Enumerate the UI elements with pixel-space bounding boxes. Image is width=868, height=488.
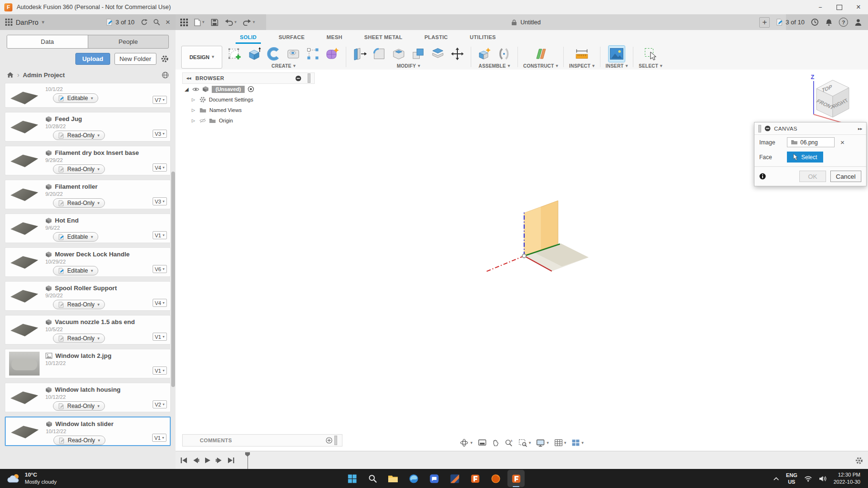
app-grid-icon[interactable] [180, 19, 188, 26]
version-dropdown[interactable]: V4 ▾ [153, 163, 167, 172]
document-tab[interactable]: Untitled × [266, 14, 786, 30]
undo-icon[interactable]: ▾ [225, 19, 237, 26]
browser-header[interactable]: ◂◂ BROWSER [182, 72, 315, 84]
browser-node-named-views[interactable]: ▷ Named Views [182, 105, 315, 115]
info-icon[interactable] [759, 173, 766, 180]
tab-mesh[interactable]: MESH [316, 30, 353, 44]
construct-group-label[interactable]: CONSTRUCT▾ [523, 63, 558, 69]
face-select-button[interactable]: Select [787, 152, 823, 163]
chat-icon[interactable] [425, 470, 443, 487]
comments-bar[interactable]: COMMENTS [182, 434, 342, 447]
display-settings-button[interactable]: ▾ [536, 439, 549, 447]
panel-resize-handle[interactable] [334, 436, 337, 445]
volume-icon[interactable] [819, 476, 827, 482]
select-button[interactable] [642, 46, 659, 62]
tab-surface[interactable]: SURFACE [268, 30, 316, 44]
file-explorer-icon[interactable] [384, 470, 402, 487]
version-dropdown[interactable]: V4 ▾ [153, 299, 167, 307]
canvas-button[interactable] [609, 46, 625, 62]
version-dropdown[interactable]: V7 ▾ [153, 96, 167, 104]
access-dropdown[interactable]: Read-Only ▾ [53, 300, 105, 309]
dialog-drag-handle[interactable] [758, 125, 761, 132]
access-dropdown[interactable]: Editable ▾ [53, 266, 98, 275]
expand-dialog-icon[interactable]: ▸▸ [858, 126, 862, 131]
data-item-card[interactable]: Hot End 9/6/22 Editable ▾ V1 ▾ [5, 214, 171, 243]
job-clock-icon[interactable] [811, 18, 819, 26]
workspace-selector[interactable]: DESIGN▾ [181, 46, 222, 69]
new-folder-button[interactable]: New Folder [114, 53, 156, 65]
breadcrumb-project[interactable]: Admin Project [23, 71, 65, 79]
canvas-dialog-header[interactable]: CANVAS ▸▸ [754, 122, 866, 135]
access-dropdown[interactable]: Read-Only ▾ [53, 198, 105, 208]
job-status[interactable]: 3 of 10 [106, 19, 134, 26]
inspect-group-label[interactable]: INSPECT▾ [569, 63, 594, 69]
collapsed-triangle-icon[interactable]: ▷ [192, 97, 196, 102]
press-pull-button[interactable] [351, 46, 368, 62]
upload-button[interactable]: Upload [75, 53, 110, 65]
version-dropdown[interactable]: V6 ▾ [153, 265, 167, 273]
joint-button[interactable] [496, 46, 512, 62]
version-dropdown[interactable]: V1 ▾ [153, 333, 167, 341]
user-avatar-icon[interactable] [854, 18, 862, 26]
new-document-tab-button[interactable]: + [759, 17, 770, 28]
ok-button[interactable]: OK [799, 171, 826, 182]
access-dropdown[interactable]: Editable ▾ [53, 93, 98, 103]
visibility-eye-icon[interactable] [192, 87, 199, 92]
tab-data[interactable]: Data [7, 35, 88, 48]
pattern-button[interactable] [305, 46, 321, 62]
close-button[interactable]: × [849, 0, 868, 14]
remove-icon[interactable] [765, 125, 771, 132]
revolve-button[interactable] [266, 46, 282, 62]
taskbar-search-icon[interactable] [364, 470, 381, 487]
start-button[interactable] [343, 470, 361, 487]
timeline-settings-gear-icon[interactable] [855, 457, 863, 465]
move-button[interactable] [449, 46, 465, 62]
go-to-start-button[interactable] [180, 457, 187, 464]
close-panel-icon[interactable]: × [165, 18, 170, 27]
split-body-button[interactable] [430, 46, 446, 62]
data-item-card[interactable]: Window latch housing 10/12/22 Read-Only … [5, 383, 171, 412]
data-item-card[interactable]: Spool Roller Support 9/20/22 Read-Only ▾… [5, 281, 171, 311]
combine-button[interactable] [410, 46, 426, 62]
fillet-button[interactable] [371, 46, 387, 62]
orbit-button[interactable]: ▾ [460, 438, 473, 447]
access-dropdown[interactable]: Editable ▾ [53, 232, 98, 242]
add-comment-icon[interactable] [326, 437, 332, 444]
browser-root-row[interactable]: ◢ (Unsaved) [182, 84, 315, 94]
data-item-card[interactable]: 10/1/22 Editable ▾ V7 ▾ [5, 83, 171, 108]
data-panel-scrollbar[interactable] [171, 172, 175, 387]
notifications-bell-icon[interactable] [825, 19, 833, 26]
access-dropdown[interactable]: Read-Only ▾ [53, 436, 105, 445]
go-to-end-button[interactable] [227, 457, 235, 464]
version-dropdown[interactable]: V1 ▾ [152, 434, 166, 442]
activate-component-icon[interactable] [248, 86, 254, 92]
zoom-window-button[interactable]: ▾ [518, 439, 531, 447]
access-dropdown[interactable]: Read-Only ▾ [53, 131, 105, 140]
expand-triangle-icon[interactable]: ◢ [185, 86, 189, 92]
select-group-label[interactable]: SELECT▾ [639, 63, 662, 69]
data-item-card[interactable]: Window latch 2.jpg 10/12/22 V1 ▾ [5, 349, 171, 378]
hole-button[interactable] [285, 46, 301, 62]
create-form-button[interactable] [324, 46, 341, 62]
create-group-label[interactable]: CREATE▾ [271, 63, 295, 69]
assemble-group-label[interactable]: ASSEMBLE▾ [479, 63, 510, 69]
taskbar-app-icon[interactable] [446, 470, 463, 487]
viewports-button[interactable]: ▾ [571, 439, 584, 447]
step-back-button[interactable] [192, 457, 199, 464]
version-dropdown[interactable]: V3 ▾ [153, 130, 167, 138]
settings-gear-icon[interactable] [161, 55, 169, 63]
canvas-dialog[interactable]: CANVAS ▸▸ Image 06.png × Face Select OK … [754, 122, 867, 186]
collapsed-triangle-icon[interactable]: ▷ [192, 118, 196, 123]
look-at-button[interactable] [478, 439, 486, 447]
browser-node-origin[interactable]: ▷ Origin [182, 115, 315, 126]
model-viewport[interactable]: ◂◂ BROWSER ◢ (Unsaved) ▷ Document Settin… [176, 70, 868, 451]
tab-plastic[interactable]: PLASTIC [413, 30, 459, 44]
refresh-icon[interactable] [141, 19, 148, 26]
redo-icon[interactable]: ▾ [243, 19, 255, 26]
data-item-card[interactable]: Window latch slider 10/12/22 Read-Only ▾… [5, 417, 171, 446]
home-icon[interactable] [7, 71, 14, 78]
panel-resize-handle[interactable] [308, 73, 310, 83]
data-item-card[interactable]: Filament dry box Insert base 9/29/22 Rea… [5, 146, 171, 175]
remove-icon[interactable] [295, 75, 301, 81]
file-menu-icon[interactable]: ▾ [194, 19, 205, 26]
